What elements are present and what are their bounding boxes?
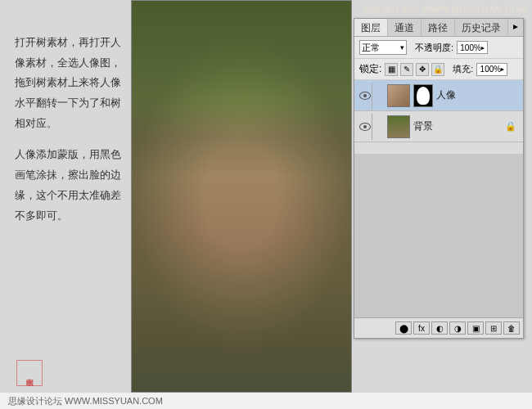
layer-mask-button[interactable]: ◐ — [431, 321, 448, 335]
lock-all-icon[interactable]: 🔒 — [431, 63, 444, 76]
fill-value: 100% — [480, 65, 502, 74]
panel-footer: ⬤ fx ◐ ◑ ▣ ⊞ 🗑 — [354, 317, 523, 338]
delete-layer-button[interactable]: 🗑 — [503, 321, 520, 335]
link-layers-button[interactable]: ⬤ — [395, 321, 412, 335]
layer-row-portrait[interactable]: 人像 — [354, 80, 523, 111]
watermark-top: 思缘设计论坛 WWW.MISSYUAN.COM — [363, 3, 527, 16]
adjustment-layer-button[interactable]: ◑ — [449, 321, 466, 335]
blend-mode-value: 正常 — [362, 42, 380, 54]
layers-list: 人像 背景 🔒 — [354, 80, 523, 154]
blend-opacity-row: 正常 不透明度: 100%▸ — [354, 37, 523, 59]
panel-empty-area — [354, 154, 523, 317]
canvas-composite-image — [131, 0, 352, 393]
instruction-text: 打开树素材，再打开人像素材，全选人像图，拖到树素材上来将人像水平翻转一下为了和树… — [15, 33, 121, 237]
tab-history[interactable]: 历史记录 — [455, 19, 508, 36]
visibility-toggle[interactable] — [358, 83, 372, 109]
canvas-overlay — [132, 1, 351, 392]
instruction-para-1: 打开树素材，再打开人像素材，全选人像图，拖到树素材上来将人像水平翻转一下为了和树… — [15, 33, 121, 133]
opacity-input[interactable]: 100%▸ — [457, 41, 488, 54]
chevron-right-icon: ▸ — [501, 65, 504, 73]
blend-mode-select[interactable]: 正常 — [359, 40, 407, 55]
tab-channels[interactable]: 通道 — [388, 19, 422, 36]
layer-row-background[interactable]: 背景 🔒 — [354, 111, 523, 142]
opacity-label: 不透明度: — [415, 42, 453, 54]
lock-fill-row: 锁定: ▦ ✎ ✥ 🔒 填充: 100%▸ — [354, 59, 523, 80]
lock-position-icon[interactable]: ✥ — [416, 63, 429, 76]
lock-pixels-icon[interactable]: ✎ — [400, 63, 413, 76]
lock-transparency-icon[interactable]: ▦ — [385, 63, 398, 76]
watermark-stamp: 断创水印 — [16, 360, 43, 386]
link-column[interactable] — [376, 84, 384, 107]
layers-panel: 图层 通道 路径 历史记录 ▸ 正常 不透明度: 100%▸ 锁定: ▦ ✎ ✥… — [354, 18, 524, 339]
panel-tabs: 图层 通道 路径 历史记录 ▸ — [354, 19, 523, 37]
layer-name[interactable]: 背景 — [413, 119, 502, 133]
eye-icon — [359, 92, 371, 100]
layer-thumbnail[interactable] — [387, 84, 410, 107]
lock-label: 锁定: — [359, 62, 381, 76]
footer-watermark: 思缘设计论坛 WWW.MISSYUAN.COM — [0, 393, 532, 409]
visibility-toggle[interactable] — [358, 114, 372, 140]
layer-name[interactable]: 人像 — [436, 88, 520, 102]
fill-label: 填充: — [453, 63, 473, 75]
opacity-value: 100% — [460, 43, 481, 52]
layer-mask-thumbnail[interactable] — [413, 84, 433, 107]
panel-menu-icon[interactable]: ▸ — [508, 19, 523, 36]
fill-input[interactable]: 100%▸ — [476, 63, 507, 76]
tab-layers[interactable]: 图层 — [354, 19, 388, 36]
lock-indicator-icon: 🔒 — [505, 121, 516, 132]
layer-thumbnail[interactable] — [387, 115, 410, 138]
tab-paths[interactable]: 路径 — [422, 19, 455, 36]
layer-style-button[interactable]: fx — [413, 321, 430, 335]
instruction-para-2: 人像添加蒙版，用黑色画笔涂抹，擦出脸的边缘，这个不用太准确差不多即可。 — [15, 145, 121, 226]
eye-icon — [359, 123, 371, 131]
lock-icons-group: ▦ ✎ ✥ 🔒 — [385, 63, 444, 76]
new-layer-button[interactable]: ⊞ — [485, 321, 502, 335]
group-button[interactable]: ▣ — [467, 321, 484, 335]
link-column[interactable] — [376, 115, 384, 138]
chevron-right-icon: ▸ — [481, 44, 485, 52]
